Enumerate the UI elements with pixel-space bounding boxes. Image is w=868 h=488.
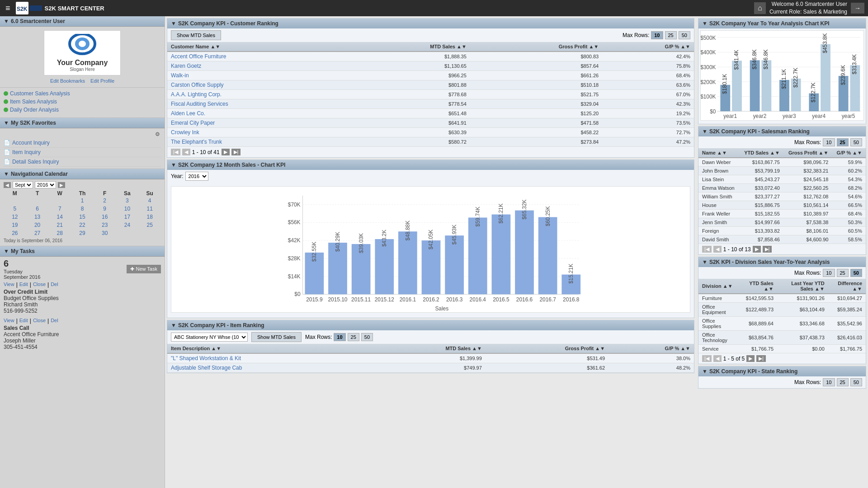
cal-cell[interactable]: 28 bbox=[48, 229, 71, 237]
cal-cell[interactable]: 14 bbox=[48, 213, 71, 221]
cal-cell[interactable]: 19 bbox=[4, 221, 26, 229]
cal-cell[interactable]: 17 bbox=[116, 213, 139, 221]
detail-sales-link[interactable]: Detail Sales Inquiry bbox=[12, 159, 59, 165]
home-button[interactable]: ⌂ bbox=[754, 2, 766, 14]
cal-cell[interactable]: 2 bbox=[94, 197, 116, 205]
state-max-rows-25-btn[interactable]: 25 bbox=[837, 378, 849, 386]
division-max-rows-50-btn[interactable]: 50 bbox=[850, 269, 862, 277]
cal-cell[interactable]: 3 bbox=[116, 197, 139, 205]
cal-cell[interactable]: 26 bbox=[4, 229, 26, 237]
gear-icon[interactable]: ⚙ bbox=[155, 131, 160, 137]
cal-cell[interactable]: 29 bbox=[71, 229, 94, 237]
task-edit-link-1[interactable]: Edit bbox=[19, 282, 28, 288]
salesman-pag-next-btn[interactable]: ▶ bbox=[753, 246, 761, 253]
cal-cell[interactable]: 12 bbox=[4, 213, 26, 221]
cal-cell[interactable]: 27 bbox=[26, 229, 49, 237]
cal-cell[interactable]: 20 bbox=[26, 221, 49, 229]
item-inquiry-link[interactable]: Item Inquiry bbox=[12, 149, 41, 155]
cal-cell[interactable]: 23 bbox=[94, 221, 116, 229]
chart-year-select[interactable]: 201620152014 bbox=[185, 172, 208, 181]
logout-button[interactable]: → bbox=[851, 3, 864, 14]
cal-cell[interactable]: 21 bbox=[48, 221, 71, 229]
salesman-max-rows-25-btn[interactable]: 25 bbox=[837, 138, 849, 146]
cal-year-select[interactable]: 20162017 bbox=[35, 181, 56, 188]
customer-link[interactable]: Fiscal Auditing Services bbox=[171, 101, 228, 107]
cal-prev-btn[interactable]: ◀ bbox=[4, 182, 11, 188]
customer-link[interactable]: Carston Office Supply bbox=[171, 82, 224, 88]
item-max-rows-50-btn[interactable]: 50 bbox=[361, 333, 373, 341]
task-close-link-1[interactable]: Close bbox=[33, 282, 46, 288]
division-max-rows-10-btn[interactable]: 10 bbox=[823, 269, 835, 277]
pag-last-btn[interactable]: ▶| bbox=[231, 149, 241, 155]
item-show-mtd-button[interactable]: Show MTD Sales bbox=[251, 332, 302, 342]
pag-first-btn[interactable]: |◀ bbox=[171, 149, 180, 155]
customer-link[interactable]: A.A.A. Lighting Corp. bbox=[171, 91, 222, 98]
salesman-pag-prev-btn[interactable]: ◀ bbox=[713, 246, 722, 253]
item-link[interactable]: Adjustable Shelf Storage Cab bbox=[171, 365, 242, 371]
salesman-pag-last-btn[interactable]: ▶| bbox=[763, 246, 772, 253]
cal-cell[interactable]: 22 bbox=[71, 221, 94, 229]
customer-link[interactable]: Accent Office Furniture bbox=[171, 53, 226, 60]
task-del-link-1[interactable]: Del bbox=[51, 282, 58, 288]
cal-cell[interactable]: 24 bbox=[116, 221, 139, 229]
division-max-rows-25-btn[interactable]: 25 bbox=[837, 269, 849, 277]
item-max-rows-25-btn[interactable]: 25 bbox=[348, 333, 359, 341]
cal-cell[interactable]: 9 bbox=[94, 205, 116, 213]
customer-link[interactable]: The Elephant's Trunk bbox=[171, 139, 222, 145]
table-row: Foreign $13,393.82 $8,106.01 60.5% bbox=[698, 227, 866, 235]
item-max-rows-10-btn[interactable]: 10 bbox=[334, 333, 345, 341]
new-task-button[interactable]: ✚ New Task bbox=[127, 265, 161, 273]
task-view-link-2[interactable]: View bbox=[4, 318, 14, 324]
cal-cell[interactable]: 8 bbox=[71, 205, 94, 213]
salesman-max-rows-50-btn[interactable]: 50 bbox=[850, 138, 862, 146]
task-del-link-2[interactable]: Del bbox=[51, 318, 58, 324]
cal-cell[interactable]: 10 bbox=[116, 205, 139, 213]
customer-sales-link[interactable]: Customer Sales Analysis bbox=[10, 90, 70, 97]
cal-cell[interactable]: 7 bbox=[48, 205, 71, 213]
cal-cell[interactable]: 5 bbox=[4, 205, 26, 213]
division-pag-first-btn[interactable]: |◀ bbox=[702, 355, 712, 362]
task-edit-link-2[interactable]: Edit bbox=[19, 318, 28, 324]
cal-cell[interactable]: 16 bbox=[94, 213, 116, 221]
menu-icon[interactable]: ≡ bbox=[4, 2, 12, 15]
customer-link[interactable]: Crowley Ink bbox=[171, 129, 199, 136]
customer-link[interactable]: Karen Goetz bbox=[171, 63, 201, 69]
cal-cell[interactable]: 30 bbox=[94, 229, 116, 237]
customer-link[interactable]: Emeral City Paper bbox=[171, 120, 215, 126]
salesman-max-rows-10-btn[interactable]: 10 bbox=[823, 138, 835, 146]
cal-cell[interactable]: 4 bbox=[138, 197, 161, 205]
cal-cell[interactable]: 11 bbox=[138, 205, 161, 213]
pag-prev-btn[interactable]: ◀ bbox=[182, 149, 190, 155]
cal-cell[interactable]: 18 bbox=[138, 213, 161, 221]
task-view-link-1[interactable]: View bbox=[4, 282, 14, 288]
gp-pct-cell: 63.6% bbox=[602, 80, 694, 90]
account-inquiry-link[interactable]: Account Inquiry bbox=[12, 140, 50, 146]
item-link[interactable]: "L" Shaped Workstation & Kit bbox=[171, 355, 241, 361]
division-pag-next-btn[interactable]: ▶ bbox=[746, 355, 755, 362]
cal-cell[interactable]: 1 bbox=[71, 197, 94, 205]
show-mtd-button[interactable]: Show MTD Sales bbox=[171, 30, 221, 40]
division-pag-last-btn[interactable]: ▶| bbox=[756, 355, 766, 362]
state-max-rows-50-btn[interactable]: 50 bbox=[850, 378, 862, 386]
max-rows-25-btn[interactable]: 25 bbox=[665, 31, 677, 39]
max-rows-50-btn[interactable]: 50 bbox=[679, 31, 690, 39]
item-ranking-select[interactable]: ABC Stationery NY Whse (10 bbox=[171, 333, 248, 342]
edit-profile-link[interactable]: Edit Profile bbox=[90, 78, 114, 84]
edit-bookmarks-link[interactable]: Edit Bookmarks bbox=[50, 78, 85, 84]
state-max-rows-10-btn[interactable]: 10 bbox=[823, 378, 835, 386]
salesman-pag-first-btn[interactable]: |◀ bbox=[702, 246, 712, 253]
cal-cell[interactable]: 15 bbox=[71, 213, 94, 221]
customer-link[interactable]: Walk-in bbox=[171, 72, 189, 79]
customer-link[interactable]: Alden Lee Co. bbox=[171, 110, 205, 117]
cal-next-btn[interactable]: ▶ bbox=[58, 182, 65, 188]
task-close-link-2[interactable]: Close bbox=[33, 318, 46, 324]
max-rows-10-btn[interactable]: 10 bbox=[651, 31, 663, 39]
cal-month-select[interactable]: SeptOctNovDec bbox=[13, 181, 33, 188]
cal-cell[interactable]: 25 bbox=[138, 221, 161, 229]
cal-cell[interactable]: 13 bbox=[26, 213, 49, 221]
item-sales-link[interactable]: Item Sales Analysis bbox=[10, 99, 57, 105]
cal-cell[interactable]: 6 bbox=[26, 205, 49, 213]
division-pag-prev-btn[interactable]: ◀ bbox=[713, 355, 722, 362]
daily-order-link[interactable]: Daily Order Analysis bbox=[10, 107, 59, 113]
pag-next-btn[interactable]: ▶ bbox=[222, 149, 230, 155]
